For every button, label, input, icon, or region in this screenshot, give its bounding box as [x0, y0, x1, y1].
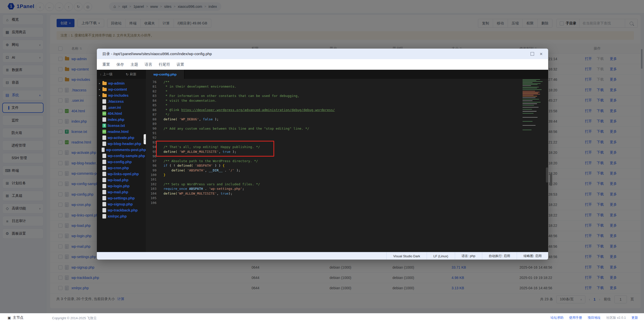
tree-item-label: wp-cron.php	[108, 166, 129, 170]
tree-collapse-handle[interactable]: «	[144, 134, 146, 144]
code-text: if ( ! defined( 'ABSPATH' ) ) {	[164, 163, 225, 168]
line-number: 88	[146, 117, 156, 122]
tree-item-label: index.php	[108, 118, 124, 122]
code-line-86: 86 * @link https://developer.wordpress.o…	[146, 108, 548, 112]
tree-item-wp-cron.php[interactable]: wp-cron.php	[97, 165, 146, 171]
tree-item-label: wp-links-opml.php	[108, 172, 139, 176]
master-node[interactable]: ▣ 主节点	[8, 315, 23, 320]
editor-tab-wp-config[interactable]: wp-config.php	[146, 70, 184, 79]
tree-item-wp-activate.php[interactable]: wp-activate.php	[97, 135, 146, 141]
status-eol[interactable]: LF (Linux)	[427, 252, 455, 260]
code-line-84: 84 * visit the documentation.	[146, 98, 548, 103]
code-line-92: 92	[146, 135, 548, 140]
line-number: 90	[146, 126, 156, 131]
tree-item-label: wp-activate.php	[108, 136, 134, 140]
tree-item-wp-admin[interactable]: ▸wp-admin	[97, 80, 146, 86]
dialog-scrollbar-thumb[interactable]	[550, 174, 552, 186]
tree-item-wp-config.php[interactable]: wp-config.php	[97, 159, 146, 165]
tree-item-.user.ini[interactable]: .user.ini	[97, 104, 146, 111]
code-line-88: 88define( 'WP_DEBUG', false );	[146, 117, 548, 122]
footer-link-项目地址[interactable]: 项目地址	[588, 315, 601, 320]
status-minimap[interactable]: 缩略图: 启用	[517, 252, 548, 260]
line-number: 96	[146, 154, 156, 159]
fullscreen-icon[interactable]	[531, 52, 534, 56]
file-icon	[102, 135, 106, 140]
tree-item-wp-config-sample.php[interactable]: wp-config-sample.php	[97, 153, 146, 159]
tree-item-.htaccess[interactable]: .htaccess	[97, 98, 146, 104]
tree-item-label: readme.html	[108, 130, 129, 134]
tree-item-label: license.txt	[108, 124, 125, 128]
tree-item-wp-login.php[interactable]: wp-login.php	[97, 183, 146, 189]
tree-item-wp-mail.php[interactable]: wp-mail.php	[97, 189, 146, 195]
caret-right-icon[interactable]: ▸	[98, 82, 101, 85]
code-line-87: 87 */	[146, 112, 548, 117]
arrow-up-icon: ↑	[100, 73, 102, 76]
tree-item-wp-settings.php[interactable]: wp-settings.php	[97, 195, 146, 201]
close-icon[interactable]: ×	[540, 51, 543, 56]
line-number: 100	[146, 173, 156, 177]
folder-icon	[102, 82, 107, 85]
line-number: 93	[146, 140, 156, 145]
editor-menu-设置[interactable]: 设置	[177, 62, 184, 67]
line-number: 101	[146, 177, 156, 182]
file-icon	[102, 154, 106, 158]
code-editor-area[interactable]: 76/**81 * in their development environme…	[146, 79, 548, 252]
file-icon	[102, 178, 106, 182]
tree-item-wp-signup.php[interactable]: wp-signup.php	[97, 201, 146, 207]
line-number: 106	[146, 201, 156, 205]
tree-item-xmlrpc.php[interactable]: xmlrpc.php	[97, 213, 146, 219]
line-number: 105	[146, 196, 156, 200]
editor-status-bar: Visual Studio DarkLF (Linux)语言: php自动换行:…	[97, 252, 548, 260]
code-line-85: 85 *	[146, 103, 548, 108]
status-theme[interactable]: Visual Studio Dark	[386, 252, 427, 260]
line-number: 94	[146, 145, 156, 149]
tree-item-label: wp-config-sample.php	[108, 154, 145, 158]
editor-menu-主题[interactable]: 主题	[131, 62, 138, 67]
status-language[interactable]: 语言: php	[455, 252, 482, 260]
line-number: 98	[146, 163, 156, 168]
dialog-title-bar: 目录 - /opt/1panel/www/sites/xiaocui996.co…	[97, 49, 548, 59]
editor-menu-重置[interactable]: 重置	[102, 62, 110, 67]
tree-item-wp-comments-post.php[interactable]: wp-comments-post.php	[97, 147, 146, 153]
tree-item-wp-load.php[interactable]: wp-load.php	[97, 177, 146, 183]
caret-right-icon[interactable]: ▸	[98, 88, 101, 91]
caret-right-icon[interactable]: ▸	[98, 94, 101, 97]
tree-item-wp-includes[interactable]: ▸wp-includes	[97, 92, 146, 98]
code-text: /** Absolute path to the WordPress direc…	[164, 159, 258, 163]
editor-menu-语言[interactable]: 语言	[145, 62, 152, 67]
code-file-icon: </>	[102, 112, 106, 116]
tree-item-label: wp-content	[108, 87, 127, 91]
footer-link-使用手册[interactable]: 使用手册	[569, 315, 582, 320]
tree-item-404.html[interactable]: </>404.html	[97, 111, 146, 117]
file-icon	[102, 184, 106, 188]
editor-tab-bar: ↑ 上一级 ↻ 刷新 wp-config.php	[97, 70, 548, 79]
tree-item-label: wp-admin	[108, 81, 125, 85]
tree-up-button[interactable]: ↑ 上一级	[100, 70, 113, 79]
code-line-83: 83 * For information on other constants …	[146, 94, 548, 98]
line-number: 97	[146, 159, 156, 163]
tree-refresh-button[interactable]: ↻ 刷新	[126, 70, 136, 79]
tree-item-readme.html[interactable]: </>readme.html	[97, 129, 146, 135]
code-line-97: 97/** Absolute path to the WordPress dir…	[146, 159, 548, 163]
code-line-90: 90/* Add any custom values between this …	[146, 126, 548, 131]
tree-item-index.php[interactable]: index.php	[97, 117, 146, 123]
tree-item-wp-links-opml.php[interactable]: wp-links-opml.php	[97, 171, 146, 177]
editor-menu-保存[interactable]: 保存	[116, 62, 124, 67]
code-line-100: 100}	[146, 173, 548, 177]
tree-item-wp-trackback.php[interactable]: wp-trackback.php	[97, 207, 146, 213]
code-line-99: 99 define( 'ABSPATH', __DIR__ . '/' );	[146, 168, 548, 173]
tree-item-label: xmlrpc.php	[108, 214, 127, 218]
code-text: * visit the documentation.	[164, 98, 217, 103]
tree-item-license.txt[interactable]: Tlicense.txt	[97, 123, 146, 129]
line-number: 76	[146, 80, 156, 84]
line-number: 104	[146, 191, 156, 196]
update-link[interactable]: 更新	[631, 315, 638, 320]
tree-item-wp-content[interactable]: ▸wp-content	[97, 86, 146, 92]
tree-item-wp-blog-header.php[interactable]: wp-blog-header.php	[97, 141, 146, 147]
footer-link-论坛求助[interactable]: 论坛求助	[550, 315, 564, 320]
page-footer: ▣ 主节点 Copyright © 2014-2025 飞致云 论坛求助使用手册…	[0, 313, 644, 322]
code-line-105: 105	[146, 196, 548, 200]
editor-menu-行尾符[interactable]: 行尾符	[159, 62, 170, 67]
status-wordwrap[interactable]: 自动换行: 启用	[482, 252, 517, 260]
node-icon: ▣	[8, 316, 11, 320]
